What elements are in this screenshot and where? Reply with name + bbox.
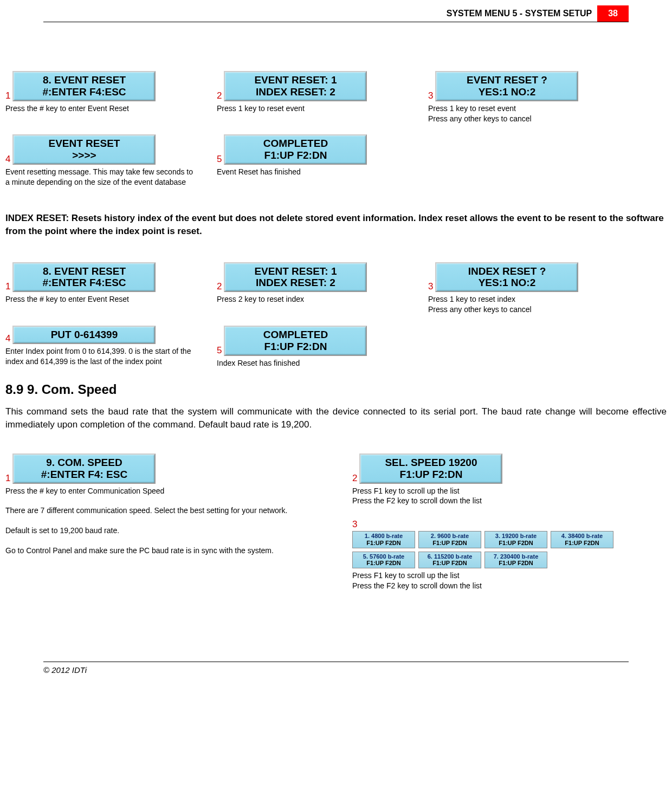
step-caption: Index Reset has finished (217, 358, 406, 368)
note-paragraph: Go to Control Panel and make sure the PC… (5, 546, 320, 556)
speed-option: 3. 19200 b-rateF1:UP F2DN (484, 531, 547, 548)
step-number: 5 (217, 345, 222, 356)
step-caption: Press 1 key to reset eventPress any othe… (428, 103, 618, 124)
step-cell: 3EVENT RESET ?YES:1 NO:2Press 1 key to r… (428, 71, 618, 124)
step-number: 3 (428, 281, 433, 292)
lcd-display: 8. EVENT RESET#:ENTER F4:ESC (12, 262, 156, 293)
step-number: 5 (217, 154, 222, 165)
step-cell: 5COMPLETEDF1:UP F2:DNIndex Reset has fin… (217, 326, 406, 368)
step-number: 1 (5, 281, 10, 292)
index-reset-description: INDEX RESET: Resets history index of the… (5, 212, 667, 238)
step-caption: Press F1 key to scroll up the listPress … (352, 571, 667, 591)
step-caption: Enter Index point from 0 to 614,399. 0 i… (5, 346, 195, 367)
speed-option: 4. 38400 b-rateF1:UP F2DN (551, 531, 613, 548)
step-caption: Press the # key to enter Event Reset (5, 294, 195, 304)
step-number: 2 (352, 473, 357, 484)
speed-options-grid: 1. 4800 b-rateF1:UP F2DN2. 9600 b-rateF1… (352, 531, 667, 568)
step-number: 2 (217, 281, 222, 292)
step-cell: 4PUT 0-614399Enter Index point from 0 to… (5, 326, 195, 368)
index-reset-steps: 18. EVENT RESET#:ENTER F4:ESCPress the #… (5, 262, 667, 368)
lcd-display: EVENT RESET: 1INDEX RESET: 2 (224, 71, 367, 101)
speed-option: 5. 57600 b-rateF1:UP F2DN (352, 552, 415, 568)
lcd-display: 9. COM. SPEED #:ENTER F4: ESC (12, 453, 156, 484)
step-cell: 4EVENT RESET>>>>Event resetting message.… (5, 134, 195, 187)
lcd-display: EVENT RESET>>>> (12, 134, 156, 165)
step-caption: Press 2 key to reset index (217, 294, 406, 304)
speed-option: 2. 9600 b-rateF1:UP F2DN (418, 531, 481, 548)
step-cell: 5COMPLETEDF1:UP F2:DNEvent Reset has fin… (217, 134, 406, 187)
step-number: 4 (5, 154, 10, 165)
step-caption: Press 1 key to reset event (217, 103, 406, 114)
header-title: SYSTEM MENU 5 - SYSTEM SETUP (441, 5, 597, 22)
com-speed-description: This command sets the baud rate that the… (5, 405, 667, 432)
step-caption: Press F1 key to scroll up the listPress … (352, 486, 667, 507)
com-speed-notes: There are 7 different communication spee… (5, 506, 320, 556)
note-paragraph: There are 7 different communication spee… (5, 506, 320, 516)
step-cell: 18. EVENT RESET#:ENTER F4:ESCPress the #… (5, 71, 195, 124)
speed-option: 1. 4800 b-rateF1:UP F2DN (352, 531, 415, 548)
event-reset-steps: 18. EVENT RESET#:ENTER F4:ESCPress the #… (5, 71, 667, 187)
lcd-display: EVENT RESET: 1INDEX RESET: 2 (224, 262, 367, 293)
step-number: 1 (5, 90, 10, 101)
step-number: 3 (428, 90, 433, 101)
step-cell: 3INDEX RESET ?YES:1 NO:2Press 1 key to r… (428, 262, 618, 315)
lcd-display: 8. EVENT RESET#:ENTER F4:ESC (12, 71, 156, 101)
step-number: 4 (5, 333, 10, 344)
speed-option: 6. 115200 b-rateF1:UP F2DN (418, 552, 481, 568)
lcd-display: PUT 0-614399 (12, 326, 156, 344)
step-caption: Press the # key to enter Communication S… (5, 486, 320, 496)
step-number: 1 (5, 473, 10, 484)
speed-option: 7. 230400 b-rateF1:UP F2DN (484, 552, 547, 568)
note-paragraph: Default is set to 19,200 baud rate. (5, 526, 320, 536)
step-caption: Event Reset has finished (217, 167, 406, 177)
step-caption: Press 1 key to reset indexPress any othe… (428, 294, 618, 315)
com-speed-heading: 8.9 9. Com. Speed (5, 382, 667, 397)
page-header: SYSTEM MENU 5 - SYSTEM SETUP 38 (43, 5, 629, 22)
step-cell: 2EVENT RESET: 1INDEX RESET: 2Press 2 key… (217, 262, 406, 315)
footer-copyright: © 2012 IDTi (43, 662, 629, 675)
step-caption: Press the # key to enter Event Reset (5, 103, 195, 114)
lcd-display: SEL. SPEED 19200 F1:UP F2:DN (359, 453, 502, 484)
lcd-display: INDEX RESET ?YES:1 NO:2 (435, 262, 578, 293)
step-caption: Event resetting message. This may take f… (5, 167, 195, 187)
step-number: 2 (217, 90, 222, 101)
header-page-number: 38 (597, 5, 629, 22)
step-cell: 2EVENT RESET: 1INDEX RESET: 2Press 1 key… (217, 71, 406, 124)
lcd-display: COMPLETEDF1:UP F2:DN (224, 134, 367, 165)
step-number: 3 (352, 519, 357, 529)
lcd-display: COMPLETEDF1:UP F2:DN (224, 326, 367, 356)
step-cell: 18. EVENT RESET#:ENTER F4:ESCPress the #… (5, 262, 195, 315)
lcd-display: EVENT RESET ?YES:1 NO:2 (435, 71, 578, 101)
